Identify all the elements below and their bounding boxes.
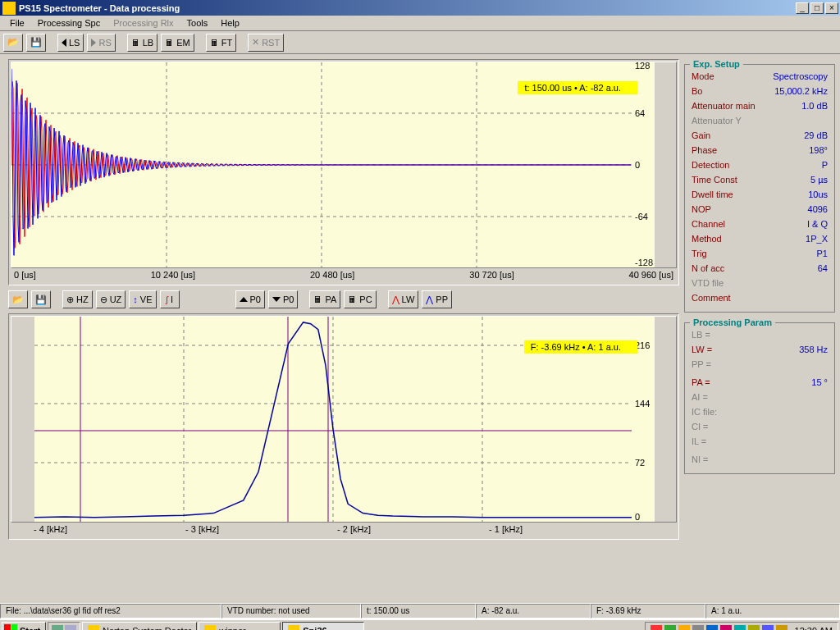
- pp-button[interactable]: ⋀PP: [422, 290, 452, 308]
- fid-chart[interactable]: 128 64 0 -64 -128 t: 150.00 us • A: -82 …: [8, 59, 679, 285]
- menu-help[interactable]: Help: [214, 16, 246, 30]
- svg-text:144: 144: [635, 399, 650, 409]
- param-label: VTD file: [692, 277, 724, 289]
- ls-button[interactable]: LS: [57, 34, 84, 52]
- processing-param-panel: Processing Param LB =LW =358 HzPP =PA =1…: [684, 322, 835, 474]
- tray-icon[interactable]: [734, 625, 746, 630]
- spectrum-chart[interactable]: 216 144 72 0 F: -3.69 kHz • A: 1 a.u. - …: [8, 313, 679, 540]
- param-label: Detection: [692, 159, 729, 171]
- ql-icon-2[interactable]: [65, 625, 76, 630]
- p0-up-button[interactable]: P0: [235, 290, 265, 308]
- quick-launch: [48, 622, 80, 630]
- tray-icon[interactable]: [651, 625, 662, 630]
- wand-icon: ✕: [252, 37, 259, 48]
- taskbar-task[interactable]: Spi36: [282, 622, 364, 630]
- svg-rect-13: [11, 317, 34, 522]
- param-label: CI =: [692, 421, 708, 432]
- i-button[interactable]: ∫I: [160, 290, 180, 308]
- tray-icon[interactable]: [678, 625, 690, 630]
- param-value: 5 µs: [810, 174, 828, 185]
- param-label: Time Const: [692, 174, 737, 185]
- ql-icon-1[interactable]: [52, 625, 63, 630]
- svg-text:-128: -128: [635, 258, 653, 267]
- param-row: AI =: [692, 390, 828, 404]
- lb-button[interactable]: 🖩LB: [127, 34, 158, 52]
- tray-icon[interactable]: [748, 625, 760, 630]
- param-value: 1P_X: [806, 233, 828, 244]
- fid-xaxis: 0 [us] 10 240 [us] 20 480 [us] 30 720 [u…: [11, 268, 677, 283]
- param-value: 198°: [809, 144, 828, 156]
- param-label: Method: [692, 233, 722, 244]
- taskbar-task[interactable]: Norton System Doctor: [82, 622, 197, 630]
- minimize-button[interactable]: _: [796, 2, 809, 14]
- param-value: P: [822, 159, 828, 171]
- param-row: IC file:: [692, 404, 828, 419]
- menu-tools[interactable]: Tools: [180, 16, 215, 30]
- param-value: 358 Hz: [799, 344, 828, 355]
- p0-down-button[interactable]: P0: [268, 290, 298, 308]
- tray-icon[interactable]: [692, 625, 704, 630]
- rs-button[interactable]: RS: [87, 34, 115, 52]
- rst-button[interactable]: ✕RST: [248, 34, 284, 52]
- save2-button[interactable]: 💾: [31, 290, 51, 308]
- calc-icon: 🖩: [348, 294, 357, 304]
- maximize-button[interactable]: □: [810, 2, 824, 14]
- integral-icon: ∫: [166, 294, 168, 304]
- tray-icon[interactable]: [776, 625, 788, 630]
- uz-button[interactable]: ⊖UZ: [96, 290, 126, 308]
- pa-button[interactable]: 🖩PA: [309, 290, 340, 308]
- param-row: NI =: [692, 452, 828, 467]
- menu-file[interactable]: File: [3, 16, 31, 30]
- triangle-right-icon: [91, 39, 96, 47]
- svg-text:64: 64: [635, 108, 645, 118]
- app-icon: [2, 2, 16, 15]
- tray-icon[interactable]: [664, 625, 676, 630]
- ft-button[interactable]: 🖩FT: [206, 34, 236, 52]
- task-icon: [88, 625, 99, 630]
- lw-button[interactable]: ⋀LW: [388, 290, 419, 308]
- calc-icon: 🖩: [313, 294, 322, 304]
- param-row: Dwell time10us: [692, 187, 828, 202]
- vertical-expand-icon: ↕: [133, 294, 138, 304]
- statusbar: File: ...\data\ser36 gl fid off res2 VTD…: [0, 603, 840, 619]
- param-label: Mode: [692, 71, 714, 82]
- param-row: LW =358 Hz: [692, 342, 828, 357]
- param-label: Dwell time: [692, 189, 733, 200]
- tray-icon[interactable]: [720, 625, 732, 630]
- param-row: IL =: [692, 434, 828, 449]
- svg-text:0: 0: [635, 512, 640, 522]
- param-label: Comment: [692, 292, 731, 304]
- close-button[interactable]: ×: [825, 2, 838, 14]
- param-value: Spectroscopy: [773, 71, 828, 82]
- system-tray: 12:39 AM: [645, 622, 838, 630]
- em-button[interactable]: 🖩EM: [161, 34, 194, 52]
- param-row: Attenuator Y: [692, 113, 828, 128]
- start-button[interactable]: Start: [2, 622, 46, 630]
- param-label: LB =: [692, 329, 710, 340]
- taskbar-task[interactable]: winner: [199, 622, 281, 630]
- param-label: NOP: [692, 203, 711, 215]
- calc-icon: 🖩: [131, 38, 140, 48]
- hz-button[interactable]: ⊕HZ: [62, 290, 93, 308]
- open2-button[interactable]: 📂: [8, 290, 28, 308]
- param-label: N of acc: [692, 262, 724, 274]
- zoom-in-icon: ⊕: [66, 294, 74, 305]
- menubar: File Processing Spc Processing Rlx Tools…: [0, 16, 840, 31]
- param-row: CI =: [692, 419, 828, 434]
- windows-logo-icon: [4, 624, 17, 630]
- menu-processing-spc[interactable]: Processing Spc: [31, 16, 107, 30]
- spectrum-cursor-readout: F: -3.69 kHz • A: 1 a.u.: [524, 340, 637, 354]
- open-button[interactable]: 📂: [3, 34, 23, 52]
- param-label: PP =: [692, 358, 711, 370]
- fid-cursor-readout: t: 150.00 us • A: -82 a.u.: [518, 81, 637, 94]
- save-button[interactable]: 💾: [26, 34, 46, 52]
- zoom-out-icon: ⊖: [100, 294, 107, 305]
- save-icon: 💾: [35, 294, 47, 305]
- tray-icon[interactable]: [706, 625, 718, 630]
- pc-button[interactable]: 🖩PC: [344, 290, 376, 308]
- tray-icon[interactable]: [762, 625, 774, 630]
- titlebar: PS15 Spectrometer - Data processing _ □ …: [0, 0, 840, 16]
- ve-button[interactable]: ↕VE: [129, 290, 156, 308]
- param-label: IC file:: [692, 406, 717, 418]
- param-row: Gain29 dB: [692, 128, 828, 143]
